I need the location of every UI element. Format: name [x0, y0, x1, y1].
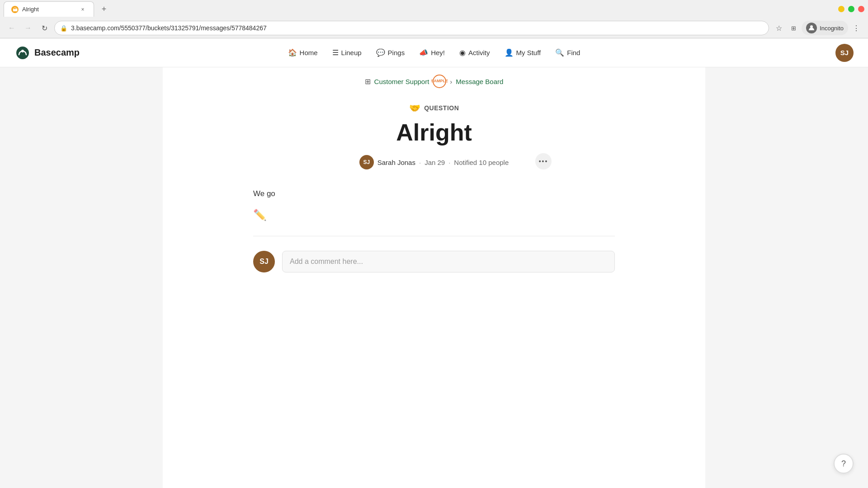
window-minimize-button[interactable] [838, 6, 844, 12]
mystuff-icon: 👤 [505, 48, 514, 57]
nav-activity[interactable]: ◉ Activity [453, 45, 496, 61]
breadcrumb-board-link[interactable]: Message Board [456, 78, 503, 85]
nav-home-label: Home [300, 49, 318, 56]
bookmark-icon: ☆ [776, 24, 782, 33]
more-menu-button[interactable]: ••• [535, 153, 552, 169]
top-nav: Basecamp 🏠 Home ☰ Lineup 💬 Pings 📣 Hey! … [0, 38, 868, 67]
meta-dot-2: · [448, 159, 450, 166]
activity-icon: ◉ [459, 48, 466, 57]
author-name: Sarah Jonas [377, 159, 415, 166]
breadcrumb: ⊞ Customer Support SAMPLE › Message Boar… [163, 67, 705, 92]
incognito-icon [806, 23, 817, 33]
nav-pings[interactable]: 💬 Pings [370, 45, 411, 61]
browser-chrome: 🏔 Alright × + ← → ↻ 🔒 3.basecamp.com/555… [0, 0, 868, 38]
breadcrumb-separator: › [450, 78, 452, 85]
help-button[interactable]: ? [834, 454, 854, 474]
comment-placeholder: Add a comment here... [290, 258, 363, 266]
nav-hey[interactable]: 📣 Hey! [413, 45, 451, 61]
active-tab[interactable]: 🏔 Alright × [4, 1, 94, 17]
new-tab-button[interactable]: + [98, 3, 110, 15]
bookmark-button[interactable]: ☆ [773, 22, 785, 34]
logo-text: Basecamp [34, 47, 80, 58]
lineup-icon: ☰ [332, 48, 339, 57]
security-icon: 🔒 [60, 25, 67, 32]
nav-find[interactable]: 🔍 Find [549, 45, 586, 61]
outer-wrap: ⊞ Customer Support SAMPLE › Message Boar… [0, 67, 868, 488]
svg-point-2 [21, 50, 24, 52]
comment-input[interactable]: Add a comment here... [282, 251, 615, 272]
breadcrumb-project-link[interactable]: Customer Support [374, 78, 429, 85]
incognito-badge[interactable]: Incognito [802, 21, 848, 35]
help-icon: ? [841, 459, 846, 469]
toolbar-actions: ☆ ⊞ Incognito ⋮ [773, 21, 863, 35]
window-close-button[interactable] [858, 6, 864, 12]
commenter-avatar: SJ [253, 251, 275, 272]
message-type-label: QUESTION [424, 104, 459, 112]
more-icon: ••• [539, 158, 548, 165]
back-icon: ← [8, 24, 15, 32]
nav-activity-label: Activity [468, 49, 490, 56]
author-avatar: SJ [359, 155, 374, 169]
page-body: ⊞ Customer Support SAMPLE › Message Boar… [163, 67, 705, 488]
extensions-button[interactable]: ⊞ [787, 22, 800, 34]
tab-close-button[interactable]: × [79, 6, 86, 13]
logo-area[interactable]: Basecamp [14, 45, 80, 61]
find-icon: 🔍 [555, 48, 564, 57]
message-container: 🤝 QUESTION Alright SJ Sarah Jonas · Jan … [235, 92, 633, 305]
nav-lineup-label: Lineup [341, 49, 362, 56]
nav-hey-label: Hey! [431, 49, 445, 56]
tab-title: Alright [22, 6, 75, 13]
tab-favicon: 🏔 [11, 6, 19, 13]
emoji-pencil-icon[interactable]: ✏️ [253, 209, 267, 221]
hey-icon: 📣 [419, 48, 428, 57]
window-maximize-button[interactable] [848, 6, 854, 12]
nav-find-label: Find [567, 49, 580, 56]
pings-icon: 💬 [376, 48, 385, 57]
user-avatar[interactable]: SJ [835, 44, 854, 62]
comment-area: SJ Add a comment here... [253, 236, 615, 287]
nav-links: 🏠 Home ☰ Lineup 💬 Pings 📣 Hey! ◉ Activit… [282, 45, 587, 61]
url-text: 3.basecamp.com/5550377/buckets/31325791/… [71, 24, 763, 32]
forward-button[interactable]: → [22, 22, 34, 34]
message-date: Jan 29 [425, 159, 445, 166]
question-icon: 🤝 [409, 103, 421, 113]
nav-pings-label: Pings [388, 49, 405, 56]
sample-badge: SAMPLE [433, 75, 446, 88]
forward-icon: → [24, 24, 32, 32]
incognito-label: Incognito [820, 25, 844, 32]
message-type: 🤝 QUESTION [253, 103, 615, 113]
message-title: Alright [253, 119, 615, 146]
home-icon: 🏠 [288, 48, 297, 57]
browser-more-icon: ⋮ [853, 24, 860, 33]
message-text: We go [253, 188, 615, 200]
app: Basecamp 🏠 Home ☰ Lineup 💬 Pings 📣 Hey! … [0, 38, 868, 488]
message-meta: SJ Sarah Jonas · Jan 29 · Notified 10 pe… [253, 155, 615, 169]
back-button[interactable]: ← [5, 22, 18, 34]
nav-lineup[interactable]: ☰ Lineup [326, 45, 368, 61]
address-bar[interactable]: 🔒 3.basecamp.com/5550377/buckets/3132579… [54, 21, 769, 35]
project-grid-icon: ⊞ [365, 77, 371, 86]
extensions-icon: ⊞ [791, 25, 796, 32]
notified-text: Notified 10 people [454, 159, 509, 166]
tab-bar: 🏔 Alright × + [0, 0, 868, 18]
sample-badge-label: SAMPLE [431, 79, 448, 84]
nav-mystuff-label: My Stuff [516, 49, 541, 56]
nav-home[interactable]: 🏠 Home [282, 45, 324, 61]
nav-mystuff[interactable]: 👤 My Stuff [498, 45, 547, 61]
basecamp-logo-icon [14, 45, 31, 61]
meta-dot-1: · [419, 159, 421, 166]
message-body: We go ✏️ [253, 184, 615, 236]
message-header: 🤝 QUESTION Alright SJ Sarah Jonas · Jan … [253, 92, 615, 184]
reload-button[interactable]: ↻ [38, 22, 51, 34]
browser-menu-button[interactable]: ⋮ [850, 22, 863, 34]
reload-icon: ↻ [42, 24, 47, 33]
browser-toolbar: ← → ↻ 🔒 3.basecamp.com/5550377/buckets/3… [0, 18, 868, 38]
